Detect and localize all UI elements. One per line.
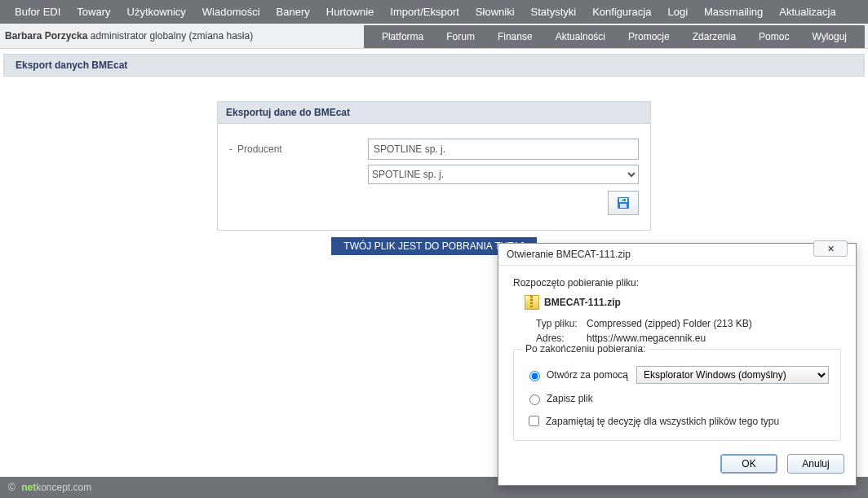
nav-towary[interactable]: Towary xyxy=(69,2,118,21)
dialog-cancel-button[interactable]: Anuluj xyxy=(787,454,844,474)
nav-slowniki[interactable]: Słowniki xyxy=(467,2,523,21)
dialog-ok-button[interactable]: OK xyxy=(720,454,777,474)
download-dialog: Otwieranie BMECAT-111.zip ✕ Rozpoczęto p… xyxy=(498,243,857,486)
nav-wiadomosci[interactable]: Wiadomości xyxy=(194,2,268,21)
remember-choice-checkbox[interactable] xyxy=(529,416,539,426)
copyright-icon: © xyxy=(8,482,16,493)
floppy-disk-icon xyxy=(617,196,630,209)
producer-input[interactable] xyxy=(368,139,639,160)
download-started-label: Rozpoczęto pobieranie pliku: xyxy=(513,277,841,289)
subnav-finanse[interactable]: Finanse xyxy=(486,28,544,46)
dialog-content: Rozpoczęto pobieranie pliku: BMECAT-111.… xyxy=(498,266,856,447)
footer-brand-accent: net xyxy=(21,482,36,493)
close-icon: ✕ xyxy=(827,244,835,254)
nav-hurtownie[interactable]: Hurtownie xyxy=(318,2,383,21)
nav-import-eksport[interactable]: Import/Eksport xyxy=(382,2,467,21)
dialog-titlebar: Otwieranie BMECAT-111.zip ✕ xyxy=(498,244,856,266)
change-password-link[interactable]: (zmiana hasła) xyxy=(188,30,253,42)
current-user: Barbara Porzycka administrator globalny … xyxy=(0,24,364,48)
producer-select[interactable]: SPOTLINE sp. j. xyxy=(368,165,639,184)
footer-brand-rest: koncept.com xyxy=(36,482,91,493)
nav-statystyki[interactable]: Statystyki xyxy=(523,2,585,21)
file-type-value: Compressed (zipped) Folder (213 KB) xyxy=(587,318,752,329)
nav-uzytkownicy[interactable]: Użytkownicy xyxy=(119,2,194,21)
subnav-promocje[interactable]: Promocje xyxy=(617,28,681,46)
save-file-radio[interactable] xyxy=(529,394,540,405)
file-address-label: Adres: xyxy=(536,333,587,344)
open-with-label: Otwórz za pomocą xyxy=(547,369,628,381)
subnav-forum[interactable]: Forum xyxy=(435,28,486,46)
subnav-wyloguj[interactable]: Wyloguj xyxy=(800,28,858,46)
user-name: Barbara Porzycka xyxy=(5,30,87,42)
dialog-filename: BMECAT-111.zip xyxy=(544,297,621,308)
dialog-file-row: BMECAT-111.zip xyxy=(525,295,841,310)
subnav-platforma[interactable]: Platforma xyxy=(370,28,435,46)
subnav-pomoc[interactable]: Pomoc xyxy=(747,28,800,46)
open-with-app-select[interactable]: Eksplorator Windows (domyślny) xyxy=(636,366,829,384)
after-download-label: Po zakończeniu pobierania: xyxy=(522,343,649,355)
zip-file-icon xyxy=(525,295,539,310)
producer-label: -Producent xyxy=(229,143,368,155)
dialog-actions: OK Anuluj xyxy=(498,447,856,485)
subnav-zdarzenia[interactable]: Zdarzenia xyxy=(681,28,747,46)
dialog-close-button[interactable]: ✕ xyxy=(813,240,848,257)
dialog-title: Otwieranie BMECAT-111.zip xyxy=(507,249,813,260)
open-with-radio[interactable] xyxy=(529,371,540,381)
file-type-label: Typ pliku: xyxy=(536,318,587,329)
nav-aktualizacja[interactable]: Aktualizacja xyxy=(771,2,844,21)
file-address-value: https://www.megacennik.eu xyxy=(587,333,706,344)
sub-nav: Platforma Forum Finanse Aktualności Prom… xyxy=(364,25,865,48)
svg-rect-2 xyxy=(620,204,627,208)
export-card: Eksportuj dane do BMEcat -Producent SPOT… xyxy=(217,101,651,231)
nav-logi[interactable]: Logi xyxy=(659,2,696,21)
nav-massmailing[interactable]: Massmailing xyxy=(696,2,771,21)
section-title: Eksport danych BMEcat xyxy=(3,54,865,77)
user-role: administrator globalny xyxy=(91,30,186,42)
remember-choice-label: Zapamiętaj tę decyzję dla wszystkich pli… xyxy=(546,416,779,427)
card-title: Eksportuj dane do BMEcat xyxy=(218,102,650,124)
nav-bufor-edi[interactable]: Bufor EDI xyxy=(7,2,69,21)
card-body: -Producent SPOTLINE sp. j. xyxy=(218,124,650,230)
save-export-button[interactable] xyxy=(608,191,639,215)
after-download-group: Po zakończeniu pobierania: Otwórz za pom… xyxy=(513,349,841,441)
subnav-aktualnosci[interactable]: Aktualności xyxy=(544,28,617,46)
save-file-label: Zapisz plik xyxy=(547,393,593,404)
user-bar: Barbara Porzycka administrator globalny … xyxy=(0,24,868,49)
top-nav: Bufor EDI Towary Użytkownicy Wiadomości … xyxy=(0,0,868,24)
nav-banery[interactable]: Banery xyxy=(268,2,318,21)
nav-konfiguracja[interactable]: Konfiguracja xyxy=(584,2,659,21)
